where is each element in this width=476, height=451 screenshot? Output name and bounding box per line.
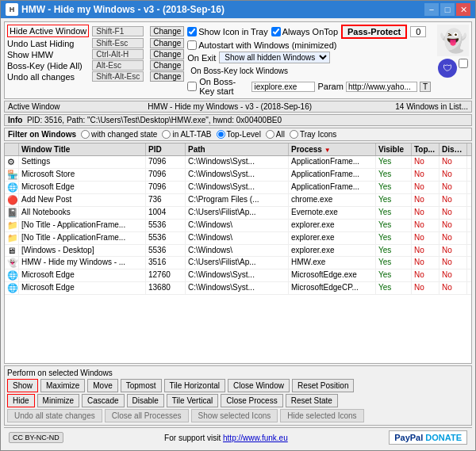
filter-radio-3[interactable]	[266, 130, 274, 139]
shortcut-label-3: Boss-Key (Hide All)	[7, 61, 89, 71]
close-window-button[interactable]: Close Window	[228, 379, 290, 392]
param-label: Param	[317, 82, 343, 91]
info-label: Info	[8, 116, 22, 124]
on-exit-label: On Exit	[187, 53, 216, 63]
table-row[interactable]: 📁 [No Title - ApplicationFrame... 5536 C…	[5, 220, 471, 232]
table-row[interactable]: ⚙ Settings 7096 C:\Windows\Syst... Appli…	[5, 156, 471, 169]
active-window-bar: Active Window HMW - Hide my Windows - v3…	[4, 101, 472, 113]
close-button[interactable]: ✕	[456, 3, 470, 16]
row-top-4: No	[412, 207, 440, 219]
row-process-4: Evernote.exe	[289, 207, 376, 219]
boss-key-exe-input[interactable]	[251, 82, 315, 92]
shortcut-change-2[interactable]: Change	[150, 49, 184, 59]
table-row[interactable]: 🖥 [Windows - Desktop] 5536 C:\Windows\ e…	[5, 245, 471, 257]
title-controls: − □ ✕	[424, 3, 470, 16]
maximize-button[interactable]: □	[440, 3, 455, 16]
row-path-6: C:\Windows\	[186, 232, 289, 244]
minimize-button-action[interactable]: Minimize	[37, 394, 79, 407]
minimize-button[interactable]: −	[424, 3, 439, 16]
table-row[interactable]: 🌐 Microsoft Edge 7096 C:\Windows\Syst...…	[5, 182, 471, 194]
paypal-button[interactable]: PayPal DONATE	[389, 430, 467, 445]
col-process[interactable]: Process ▼	[289, 143, 376, 155]
row-path-9: C:\Windows\Syst...	[186, 269, 289, 281]
col-title[interactable]: Window Title	[19, 143, 146, 155]
close-process-button[interactable]: Close Process	[221, 394, 282, 407]
shortcut-change-1[interactable]: Change	[150, 38, 184, 48]
row-visible-4: Yes	[376, 207, 412, 219]
shortcut-change-0[interactable]: Change	[150, 26, 184, 36]
t-button[interactable]: T	[420, 82, 431, 92]
col-dis[interactable]: Disa...	[440, 143, 467, 155]
filter-radio-0[interactable]	[81, 130, 90, 139]
option-row-3: On Exit Show all hidden Windows On Boss-…	[187, 52, 431, 75]
autostart-checkbox[interactable]	[187, 40, 197, 50]
table-row[interactable]: 🔴 Add New Post 736 C:\Program Files (...…	[5, 194, 471, 207]
show-button[interactable]: Show	[7, 379, 38, 392]
row-icon-5: 📁	[5, 220, 19, 231]
on-exit-select[interactable]: Show all hidden Windows	[219, 52, 330, 63]
close-all-processes-button[interactable]: Close all Processes	[105, 409, 189, 422]
col-path[interactable]: Path	[186, 143, 289, 155]
filter-radio-2[interactable]	[217, 130, 225, 139]
shortcut-label-1: Undo Last Hiding	[7, 39, 89, 48]
table-row[interactable]: 📁 [No Title - ApplicationFrame... 5536 C…	[5, 232, 471, 245]
title-bar: H HMW - Hide my Windows - v3 - (2018-Sep…	[1, 1, 475, 18]
hide-selected-icons-button[interactable]: Hide selected Icons	[280, 409, 363, 422]
maximize-button-action[interactable]: Maximize	[40, 379, 85, 392]
show-icon-checkbox[interactable]	[187, 27, 197, 36]
filter-all[interactable]: All	[266, 130, 285, 139]
tile-horizontal-button[interactable]: Tile Horizontal	[164, 379, 226, 392]
col-pid[interactable]: PID	[146, 143, 186, 155]
row-icon-8: 👻	[5, 257, 19, 269]
support-link[interactable]: http://www.funk.eu	[223, 434, 288, 442]
row-visible-7: Yes	[376, 245, 412, 256]
disable-button[interactable]: Disable	[127, 394, 164, 407]
shortcut-change-3[interactable]: Change	[150, 60, 184, 71]
row-path-10: C:\Windows\Syst...	[186, 282, 289, 294]
reset-state-button[interactable]: Reset State	[286, 394, 338, 407]
filter-radio-4[interactable]	[290, 130, 298, 139]
pass-protect-button[interactable]: Pass-Protect	[341, 25, 407, 39]
always-on-top-checkbox[interactable]	[271, 27, 281, 36]
on-boss-key-start-checkbox[interactable]	[187, 82, 197, 91]
shortcut-key-3: Alt-Esc	[92, 60, 144, 71]
show-icon-checkbox-label[interactable]: Show Icon in Tray	[187, 27, 267, 36]
undo-state-changes-button[interactable]: Undo all state changes	[7, 409, 102, 422]
row-path-4: C:\Users\Filist\Ap...	[186, 207, 289, 219]
window-title: HMW - Hide my Windows - v3 - (2018-Sep-1…	[21, 4, 424, 15]
shortcut-label-2: Show HMW	[7, 50, 89, 59]
col-visible[interactable]: Visible	[376, 143, 412, 155]
pass-count: 0	[410, 26, 426, 37]
row-visible-1: Yes	[376, 169, 412, 181]
hide-button[interactable]: Hide	[7, 394, 35, 407]
filter-changed-state[interactable]: with changed state	[81, 130, 157, 139]
filter-top-level[interactable]: Top-Level	[217, 130, 261, 139]
support-area: For support visit http://www.funk.eu	[164, 434, 288, 442]
cascade-button[interactable]: Cascade	[82, 394, 124, 407]
shortcut-label-0: Hide Active Window	[7, 25, 89, 37]
table-row[interactable]: 🌐 Microsoft Edge 13680 C:\Windows\Syst..…	[5, 282, 471, 295]
show-selected-icons-button[interactable]: Show selected Icons	[191, 409, 278, 422]
filter-alt-tab[interactable]: in ALT-TAB	[162, 130, 211, 139]
move-button[interactable]: Move	[87, 379, 117, 392]
row-process-6: explorer.exe	[289, 232, 376, 244]
always-on-top-checkbox-label[interactable]: Always OnTop	[271, 27, 338, 36]
table-row[interactable]: 📓 All Notebooks 1004 C:\Users\Filist\Ap.…	[5, 207, 471, 220]
filter-tray-icons[interactable]: Tray Icons	[290, 130, 336, 139]
topmost-button[interactable]: Topmost	[121, 379, 162, 392]
autostart-checkbox-label[interactable]: Autostart with Windows (minimized)	[187, 40, 336, 50]
table-row[interactable]: 🌐 Microsoft Edge 12760 C:\Windows\Syst..…	[5, 269, 471, 282]
table-row[interactable]: 🏪 Microsoft Store 7096 C:\Windows\Syst..…	[5, 169, 471, 182]
col-top[interactable]: Top...	[412, 143, 440, 155]
shortcut-change-4[interactable]: Change	[150, 71, 184, 82]
filter-radio-1[interactable]	[162, 130, 171, 139]
row-title-5: [No Title - ApplicationFrame...	[19, 220, 146, 231]
reset-position-button[interactable]: Reset Position	[292, 379, 354, 392]
row-top-10: No	[412, 282, 440, 294]
extra-checkbox[interactable]	[459, 59, 468, 68]
table-row[interactable]: 👻 HMW - Hide my Windows - ... 3516 C:\Us…	[5, 257, 471, 269]
row-top-2: No	[412, 182, 440, 193]
param-input[interactable]	[346, 82, 417, 92]
top-section: Hide Active Window Shift-F1 Change Undo …	[4, 21, 472, 99]
tile-vertical-button[interactable]: Tile Vertical	[167, 394, 218, 407]
